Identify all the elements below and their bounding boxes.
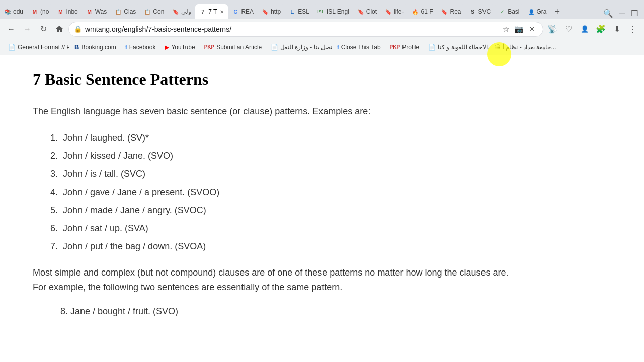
- forward-button[interactable]: →: [20, 22, 34, 36]
- tab-no[interactable]: M(no: [27, 4, 53, 19]
- extra-item: 8. Jane / bought / fruit. (SVO): [60, 304, 611, 319]
- settings-button[interactable]: ⋮: [626, 22, 640, 36]
- tab-rea[interactable]: GREA: [228, 4, 258, 19]
- list-item-3: John / is / tall. (SVC): [60, 165, 611, 183]
- address-bar[interactable]: 🔒 ☆ 📷 ✕: [68, 22, 543, 37]
- intro-paragraph: The English language has seven basic sen…: [33, 104, 611, 119]
- bookmark-icon-pkp: PKP: [204, 44, 215, 50]
- screenshot-button[interactable]: 📷: [513, 23, 525, 35]
- bookmark-arabic2[interactable]: 📄 الاخطاء اللغوية و كتا...: [424, 42, 490, 52]
- bookmark-arabic3[interactable]: 🏛 جامعة بغداد - نظام أ...: [491, 42, 556, 52]
- tab-con[interactable]: 📋Con: [140, 4, 168, 19]
- tab-inbo[interactable]: MInbo: [53, 4, 82, 19]
- tab-arabic[interactable]: 🔖ولي: [168, 4, 195, 19]
- home-button[interactable]: [52, 22, 66, 36]
- browser-chrome: 📚edu M(no MInbo MWas 📋Clas 📋Con 🔖ولي 7 7…: [0, 0, 644, 55]
- minimize-icon[interactable]: ─: [617, 8, 627, 19]
- tab-was[interactable]: MWas: [82, 4, 111, 19]
- tab-clas[interactable]: 📋Clas: [111, 4, 140, 19]
- list-item-4: John / gave / Jane / a present. (SVOO): [60, 183, 611, 201]
- bookmark-general-format[interactable]: 📄 General Format // P...: [4, 42, 69, 52]
- bookmark-youtube[interactable]: ▶ YouTube: [160, 42, 199, 52]
- list-item-6: John / sat / up. (SVA): [60, 219, 611, 237]
- footer-paragraph-1: Most simple and complex (but not compoun…: [33, 265, 611, 295]
- bookmark-icon-profile: PKP: [390, 44, 400, 50]
- bookmark-icon-general: 📄: [8, 44, 16, 51]
- download-button[interactable]: ⬇: [610, 22, 624, 36]
- bookmark-icon-arabic2: 📄: [428, 44, 436, 51]
- nav-bar: ← → ↻ 🔒 ☆ 📷 ✕ 📡 ♡ 👤 🧩 ⬇ ⋮: [0, 19, 644, 39]
- bookmark-profile[interactable]: PKP Profile: [386, 42, 424, 52]
- list-item-2: John / kissed / Jane. (SVO): [60, 147, 611, 165]
- tab-basi[interactable]: ✓Basi: [495, 4, 523, 19]
- bookmark-icon-fb2: f: [337, 44, 339, 51]
- list-item-7: John / put / the bag / down. (SVOA): [60, 237, 611, 255]
- extension-button[interactable]: 🧩: [594, 22, 608, 36]
- bookmark-icon-facebook: f: [125, 44, 127, 51]
- reload-button[interactable]: ↻: [36, 22, 50, 36]
- list-item-1: John / laughed. (SV)*: [60, 129, 611, 147]
- lock-icon: 🔒: [74, 25, 82, 33]
- cast-button[interactable]: 📡: [545, 22, 559, 36]
- back-button[interactable]: ←: [4, 22, 18, 36]
- tab-edu[interactable]: 📚edu: [0, 4, 27, 19]
- bookmark-arabic1[interactable]: 📄 اتصل بنا - وزارة التعل...: [267, 42, 332, 52]
- bookmark-facebook[interactable]: f Facebook: [121, 42, 160, 52]
- page-title: 7 Basic Sentence Patterns: [33, 70, 611, 89]
- list-item-5: John / made / Jane / angry. (SVOC): [60, 201, 611, 219]
- bookmark-booking[interactable]: B Booking.com: [70, 42, 120, 52]
- bookmark-icon-youtube: ▶: [165, 44, 169, 51]
- tab-61f[interactable]: 🔥61 F: [408, 4, 437, 19]
- tab-http[interactable]: 🔖http: [258, 4, 285, 19]
- tab-esl[interactable]: EESL: [285, 4, 313, 19]
- tab-gra[interactable]: 👤Gra: [524, 4, 551, 19]
- nav-right-buttons: 📡 ♡ 👤 🧩 ⬇ ⋮: [545, 22, 640, 36]
- bookmarks-bar: 📄 General Format // P... B Booking.com f…: [0, 39, 644, 55]
- bookmark-icon-booking: B: [74, 43, 79, 51]
- clear-button[interactable]: ✕: [526, 23, 538, 35]
- restore-icon[interactable]: ❐: [629, 8, 640, 19]
- bookmark-close-tab[interactable]: f Close This Tab: [333, 42, 385, 52]
- bookmark-star-button[interactable]: ☆: [500, 23, 512, 35]
- bookmark-pkp[interactable]: PKP Submit an Article: [200, 42, 266, 52]
- tab-isl[interactable]: ISLISL Engl: [313, 4, 353, 19]
- tab-life[interactable]: 🔖life-: [381, 4, 408, 19]
- favorites-button[interactable]: ♡: [561, 22, 576, 36]
- tab-7t[interactable]: 7 7 T ✕: [195, 4, 228, 19]
- search-tabs-icon[interactable]: 🔍: [601, 8, 615, 19]
- profile-button[interactable]: 👤: [578, 22, 592, 36]
- tab-svc[interactable]: SSVC: [465, 4, 495, 19]
- bookmark-icon-arabic3: 🏛: [495, 44, 501, 51]
- tab-clot[interactable]: 🔖Clot: [353, 4, 381, 19]
- sentence-patterns-list: John / laughed. (SV)* John / kissed / Ja…: [60, 129, 611, 255]
- new-tab-button[interactable]: +: [551, 4, 565, 19]
- tab-real[interactable]: 🔖Rea: [437, 4, 465, 19]
- url-input[interactable]: [85, 25, 497, 33]
- bookmark-icon-arabic1: 📄: [271, 44, 278, 51]
- tab-bar: 📚edu M(no MInbo MWas 📋Clas 📋Con 🔖ولي 7 7…: [0, 0, 644, 19]
- page-content: 7 Basic Sentence Patterns The English la…: [0, 55, 644, 347]
